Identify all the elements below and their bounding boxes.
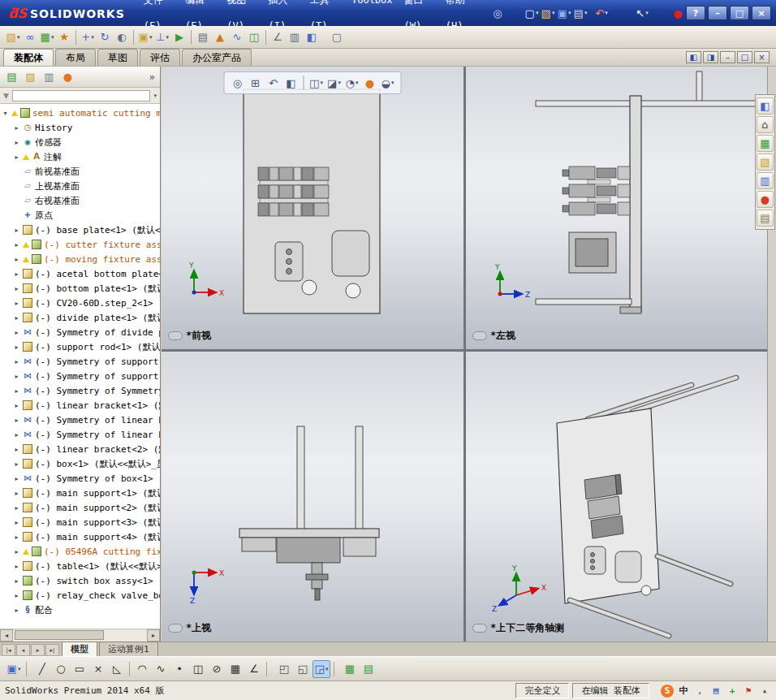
minimize-button[interactable]: – [708,6,727,20]
dropdown-arrow-icon[interactable]: ▾ [51,34,54,41]
expand-arrow-icon[interactable]: ▸ [13,256,20,263]
ribbon-tab[interactable]: 布局 [55,49,96,66]
viewport-front[interactable]: Y X ◎⊞↶◧◫▾◪▾◔▾●◒▾ *前视 [162,67,463,349]
expand-arrow-icon[interactable]: ▸ [13,548,20,555]
ribbon-tab[interactable]: 装配体 [3,49,54,66]
sketch-chamfer-icon[interactable]: ◺ [108,660,126,678]
viewport-top[interactable]: X Z *上视 [162,352,463,642]
document-minimize-button[interactable]: – [720,51,735,63]
tree-item[interactable]: ▸(-) linear bracket<1> (默 [0,398,160,413]
dropdown-arrow-icon[interactable]: ▾ [584,10,588,16]
tree-item[interactable]: ▸A注解 [0,149,160,164]
scroll-right-icon[interactable]: ▸ [147,629,160,642]
tree-item[interactable]: ▱上视基准面 [0,179,160,193]
ribbon-tab[interactable]: 评估 [140,49,180,66]
tree-item[interactable]: ▸(-) linear bracket<2> (默 [0,442,160,456]
expand-arrow-icon[interactable]: ▸ [13,592,20,599]
tree-horizontal-scrollbar[interactable]: ◂ ▸ [0,629,160,642]
filter-input[interactable] [12,90,151,102]
insert-component-icon[interactable]: ▧▾ [5,28,21,46]
save-icon[interactable]: ▣▾ [556,4,572,22]
expand-arrow-icon[interactable]: ▸ [13,475,20,482]
tree-item[interactable]: ▸(-) divide plate<1> (默认 [0,310,160,325]
new-document-icon[interactable]: ▢▾ [524,4,540,22]
dropdown-arrow-icon[interactable]: ▾ [605,10,608,16]
tree-item[interactable]: ▸(-) CV20-60D.step_2<1> (默 [0,296,160,310]
display-manager-icon[interactable]: ● [59,69,76,85]
tree-item[interactable]: ▸(-) support rod<1> (默认< [0,339,160,354]
tab-scroll-button[interactable]: ▸ [31,644,45,656]
sketch-circle-icon[interactable]: ○ [52,660,70,678]
expand-arrow-icon[interactable]: ▸ [13,446,20,453]
linear-component-pattern-icon[interactable]: ▦▾ [39,28,55,46]
exploded-view-icon[interactable]: ▲ [212,28,228,46]
tray-flag-icon[interactable]: ⚑ [742,685,755,698]
expand-arrow-icon[interactable]: ▸ [13,373,20,380]
tree-item[interactable]: ▸(-) relay_check valve_box [0,588,160,603]
expand-arrow-icon[interactable]: ▸ [13,534,20,541]
dropdown-arrow-icon[interactable]: ▾ [645,10,649,16]
tree-item[interactable]: ▱右视基准面 [0,193,160,208]
configuration-manager-icon[interactable]: ▥ [41,69,58,85]
hide-show-items-icon[interactable]: ◔▾ [344,74,360,92]
explode-line-sketch-icon[interactable]: ∿ [229,28,245,46]
expand-arrow-icon[interactable]: ▸ [13,607,20,614]
tree-item[interactable]: ▸(-) box<1> (默认<<默认>_显 [0,456,160,471]
tree-item[interactable]: +原点 [0,208,160,223]
tree-item[interactable]: ▸◷History [0,120,160,135]
tree-item[interactable]: ▸⋈(-) Symmetry of linear br [0,413,160,427]
dropdown-arrow-icon[interactable]: ▾ [166,34,169,41]
tab-model[interactable]: 模型 [62,642,97,656]
sogou-input-icon[interactable]: S [661,685,674,698]
scrollbar-thumb[interactable] [15,630,104,640]
design-library-icon[interactable]: ▦ [757,135,774,152]
view-palette-icon[interactable]: ▥ [757,172,774,189]
tree-item[interactable]: ▸(-) moving fixture assy [0,252,160,266]
linear-sketch-pattern-icon[interactable]: ▦ [226,660,244,678]
viewport-isometric[interactable]: Y X Z *上下二等角轴测 [466,352,767,642]
tab-scroll-button[interactable]: |◂ [2,644,15,656]
document-close-button[interactable]: × [754,51,770,63]
display-style-icon[interactable]: ◪▾ [326,74,343,92]
expand-arrow-icon[interactable]: ▸ [13,300,20,307]
appearances-icon[interactable]: ● [757,191,774,208]
apply-scene-icon[interactable]: ◒▾ [380,74,396,92]
view-orientation-icon[interactable]: ◫▾ [308,74,325,92]
document-properties-icon[interactable]: ▢ [329,28,345,46]
tree-item[interactable]: ▸⋈(-) Symmetry of linear br [0,427,160,442]
tree-item[interactable]: ▸⋈(-) Symmetry of box<1> (默 [0,471,160,486]
dropdown-arrow-icon[interactable]: ▾ [325,666,329,672]
print-icon[interactable]: ▤▾ [572,4,588,22]
scroll-left-icon[interactable]: ◂ [0,629,13,642]
viewport-splitter-vertical[interactable] [463,67,466,642]
rotate-component-icon[interactable]: ↻ [97,28,113,46]
tree-item[interactable]: ▸(-) main support<2> (默认 [0,500,160,515]
tray-expand-icon[interactable]: ▴ [758,685,771,698]
expand-arrow-icon[interactable]: ▸ [13,358,20,365]
input-language-icon[interactable]: 中 [677,685,690,698]
interference-detection-icon[interactable]: ◫ [246,28,262,46]
tree-item[interactable]: ▱前视基准面 [0,164,160,179]
dropdown-arrow-icon[interactable]: ▾ [320,80,323,86]
expand-arrow-icon[interactable]: ▸ [13,227,20,234]
design-table-icon[interactable]: ▤ [360,660,377,678]
restore-button[interactable]: □ [730,6,749,20]
featuremanager-design-tree-icon[interactable]: ▤ [3,69,20,85]
viewport-split-horizontal-button[interactable]: ◧ [686,51,701,63]
dropdown-arrow-icon[interactable]: ▾ [91,34,94,41]
custom-properties-icon[interactable]: ▤ [757,210,774,227]
task-pane-icon[interactable]: ◧ [757,97,774,115]
expand-arrow-icon[interactable]: ▸ [13,504,20,512]
input-keyboard-icon[interactable]: ▤ [709,685,722,698]
tree-item[interactable]: ▸(-) switch box assy<1> (默 [0,573,160,588]
home-icon[interactable]: ⌂ [757,116,774,133]
property-manager-icon[interactable]: ▨ [22,69,39,85]
tree-item[interactable]: ▸⋈(-) Symmetry of Symmetry [0,383,160,398]
expand-arrow-icon[interactable]: ▸ [13,431,20,439]
ribbon-tab[interactable]: 办公室产品 [182,49,252,66]
expand-arrow-icon[interactable]: ▸ [13,402,20,409]
move-component-icon[interactable]: +▾ [80,28,96,46]
dropdown-arrow-icon[interactable]: ▾ [356,80,359,86]
sketch-mirror-icon[interactable]: ◫ [189,660,207,678]
dropdown-arrow-icon[interactable]: ▾ [536,10,539,16]
